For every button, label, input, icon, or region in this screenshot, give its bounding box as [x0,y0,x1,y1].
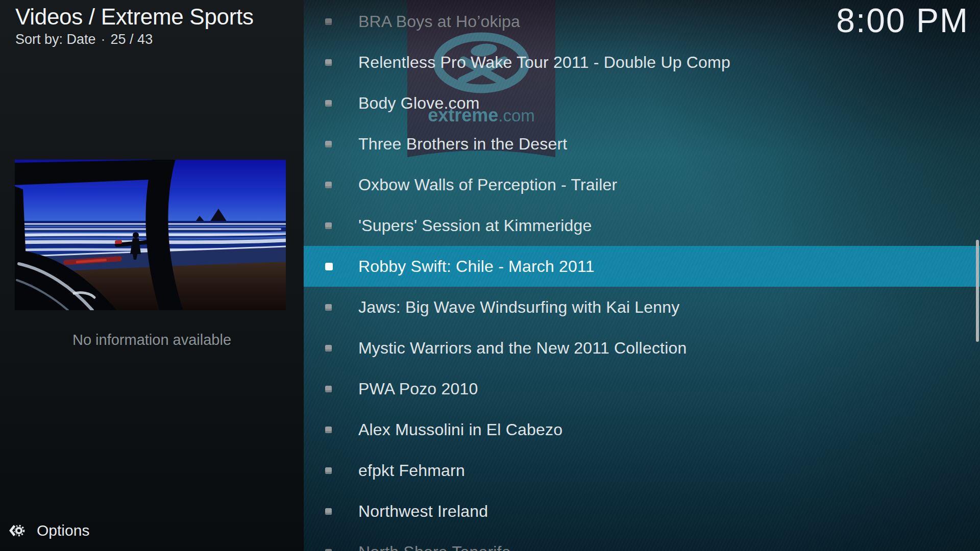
clock: 8:00 PM [836,1,969,40]
list-item[interactable]: 'Supers' Session at Kimmeridge [304,205,980,246]
list-item[interactable]: efpkt Fehmarn [304,450,980,491]
sort-by-label: Sort by: Date [15,32,96,47]
item-bullet-icon [325,222,332,229]
options-sidebar-icon [8,521,26,540]
sort-status: Sort by: Date·25 / 43 [15,32,153,47]
item-label: BRA Boys at Ho’okipa [304,12,520,31]
media-list: BRA Boys at Ho’okipaRelentless Pro Wake … [304,1,980,551]
options-label: Options [37,522,89,539]
media-list-panel: extreme.com BRA Boys at Ho’okipaRelentle… [304,0,980,551]
item-label: 'Supers' Session at Kimmeridge [304,216,592,235]
list-item[interactable]: Oxbow Walls of Perception - Trailer [304,164,980,205]
thumbnail-art [15,160,286,310]
item-label: Three Brothers in the Desert [304,135,567,154]
video-thumbnail [15,160,286,310]
list-item[interactable]: Northwest Ireland [304,491,980,532]
scrollbar-thumb[interactable] [976,240,979,342]
item-label: Alex Mussolini in El Cabezo [304,420,562,439]
info-panel: Videos / Extreme Sports Sort by: Date·25… [0,0,304,551]
item-bullet-icon [325,18,332,25]
item-label: North Shore Tenerife [304,543,511,551]
kodi-video-list-screen: { "header": { "title": "Videos / Extreme… [0,0,980,551]
item-bullet-icon [325,508,332,515]
item-label: Jaws: Big Wave Windsurfing with Kai Lenn… [304,298,680,317]
list-item[interactable]: Robby Swift: Chile - March 2011 [304,246,980,287]
item-bullet-icon [325,304,332,311]
item-bullet-icon [325,386,332,392]
item-bullet-icon [325,100,332,107]
item-label: Mystic Warriors and the New 2011 Collect… [304,339,687,358]
list-item[interactable]: Alex Mussolini in El Cabezo [304,409,980,450]
item-bullet-icon [325,141,332,147]
item-bullet-icon [325,59,332,66]
list-item[interactable]: North Shore Tenerife [304,532,980,551]
no-information-text: No information available [0,332,304,348]
page-title: Videos / Extreme Sports [15,4,254,30]
item-label: Relentless Pro Wake Tour 2011 - Double U… [304,53,730,72]
item-bullet-icon [325,467,332,474]
list-item[interactable]: PWA Pozo 2010 [304,368,980,409]
list-item[interactable]: Mystic Warriors and the New 2011 Collect… [304,328,980,368]
list-position-counter: 25 / 43 [111,32,153,47]
item-bullet-icon [325,345,332,352]
item-label: Oxbow Walls of Perception - Trailer [304,176,617,194]
item-bullet-icon [325,549,332,551]
list-item[interactable]: Body Glove.com [304,83,980,123]
list-item[interactable]: Relentless Pro Wake Tour 2011 - Double U… [304,42,980,83]
options-button[interactable]: Options [0,519,304,545]
list-item[interactable]: Three Brothers in the Desert [304,123,980,164]
item-label: Robby Swift: Chile - March 2011 [304,257,595,276]
separator-dot: · [101,32,106,47]
item-bullet-icon [325,182,332,188]
item-bullet-icon [325,427,332,433]
list-item[interactable]: Jaws: Big Wave Windsurfing with Kai Lenn… [304,287,980,328]
item-bullet-icon [325,263,333,270]
